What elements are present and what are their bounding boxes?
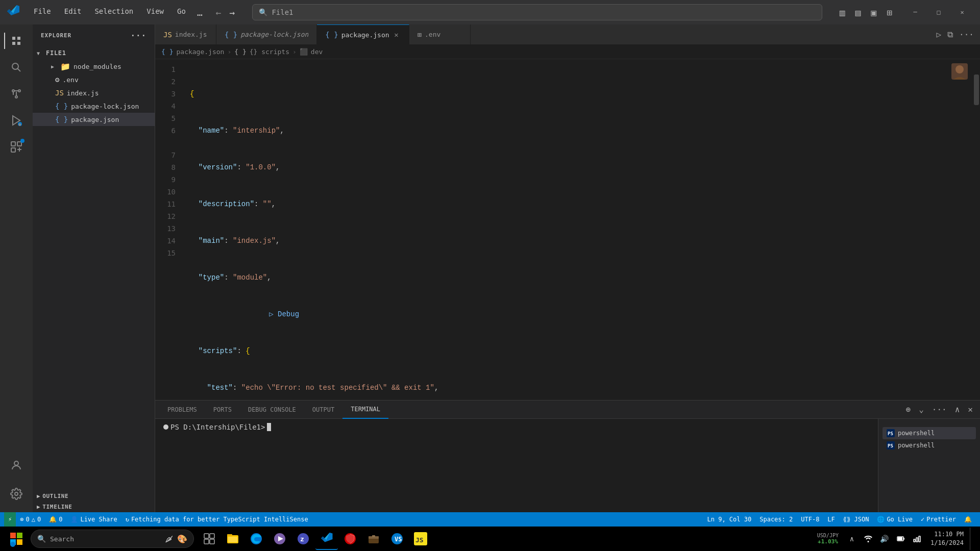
status-encoding[interactable]: UTF-8: [797, 512, 823, 527]
taskbar-app-js[interactable]: JS: [409, 528, 432, 550]
terminal-more-button[interactable]: ···: [929, 403, 950, 416]
breadcrumb-scripts[interactable]: {} scripts: [250, 48, 289, 56]
tab-package-lock[interactable]: { } package-lock.json: [216, 24, 317, 44]
taskbar-clock[interactable]: 11:10 PM 1/16/2024: [926, 530, 968, 547]
tab-env[interactable]: ⊞ .env: [409, 24, 471, 44]
sidebar-item-node-modules[interactable]: ▶ 📁 node_modules: [33, 60, 155, 73]
scrollbar[interactable]: [973, 59, 980, 400]
status-remote[interactable]: ⚡: [4, 512, 16, 527]
close-button[interactable]: ✕: [950, 4, 974, 20]
status-errors[interactable]: ⊗ 0 △ 0: [16, 512, 45, 527]
tray-network[interactable]: [910, 532, 924, 546]
menu-more[interactable]: …: [193, 5, 207, 20]
activity-settings[interactable]: [4, 482, 29, 506]
breadcrumb-file[interactable]: package.json: [176, 48, 224, 56]
status-filetype[interactable]: ⟪⟫ JSON: [839, 512, 873, 527]
svg-text:+: +: [19, 122, 21, 126]
status-bell[interactable]: 🔔 0: [45, 512, 66, 527]
menu-edit[interactable]: Edit: [58, 5, 88, 20]
taskview-icon: [204, 533, 215, 544]
menu-view[interactable]: View: [140, 5, 170, 20]
status-spaces[interactable]: Spaces: 2: [755, 512, 797, 527]
activity-run-debug[interactable]: +: [4, 108, 29, 133]
root-folder-item[interactable]: ▼ FILE1: [33, 46, 155, 60]
status-prettier[interactable]: ✓ Prettier: [917, 512, 960, 527]
taskbar-vscode[interactable]: [315, 528, 338, 550]
sidebar-more-button[interactable]: ···: [130, 31, 146, 40]
more-actions-icon[interactable]: ···: [957, 28, 976, 41]
menu-selection[interactable]: Selection: [88, 5, 139, 20]
terminal-split-button[interactable]: ⌄: [916, 403, 927, 416]
taskbar-shield[interactable]: [339, 528, 361, 550]
tray-battery[interactable]: [894, 532, 908, 546]
terminal-maximize-button[interactable]: ∧: [952, 403, 963, 416]
activity-explorer[interactable]: [4, 29, 29, 53]
line-num-7: 7: [155, 149, 182, 161]
taskbar-edge[interactable]: [245, 528, 267, 550]
layout-icon-3[interactable]: ▣: [868, 5, 879, 20]
forward-arrow[interactable]: →: [227, 6, 238, 19]
terminal-main[interactable]: PS D:\Intership\File1>: [155, 419, 878, 512]
activity-account[interactable]: [4, 453, 29, 478]
menu-file[interactable]: File: [28, 5, 57, 20]
activity-extensions[interactable]: [4, 135, 29, 159]
tab-close-pkg-json[interactable]: ✕: [393, 31, 401, 39]
layout-icon-4[interactable]: ⊞: [884, 5, 895, 20]
tab-package-json[interactable]: { } package.json ✕: [317, 24, 409, 44]
title-search-bar[interactable]: 🔍 File1: [252, 4, 822, 20]
start-button[interactable]: [4, 530, 29, 548]
line-num-1: 1: [155, 63, 182, 76]
taskbar-chat[interactable]: z: [292, 528, 314, 550]
outline-section[interactable]: ▶ OUTLINE: [33, 491, 155, 502]
run-icon[interactable]: ▷: [934, 28, 943, 41]
status-position[interactable]: Ln 9, Col 30: [703, 512, 756, 527]
tab-problems[interactable]: PROBLEMS: [159, 400, 205, 419]
maximize-button[interactable]: □: [927, 4, 950, 20]
terminal-close-button[interactable]: ✕: [965, 403, 976, 416]
activity-source-control[interactable]: [4, 82, 29, 106]
code-content[interactable]: { "name": "intership", "version": "1.0.0…: [182, 59, 980, 400]
back-arrow[interactable]: ←: [213, 6, 225, 19]
clock-date: 1/16/2024: [930, 539, 964, 547]
show-desktop-button[interactable]: [970, 528, 974, 550]
taskbar-app-blue[interactable]: VS: [386, 528, 408, 550]
svg-point-2: [12, 90, 14, 92]
tray-wifi[interactable]: [861, 532, 875, 546]
timeline-section[interactable]: ▶ TIMELINE: [33, 502, 155, 512]
sidebar-item-package-json[interactable]: { } package.json: [33, 113, 155, 126]
tray-chevron[interactable]: ∧: [845, 532, 859, 546]
sidebar-item-package-lock[interactable]: { } package-lock.json: [33, 99, 155, 113]
tab-terminal[interactable]: TERMINAL: [342, 400, 388, 419]
powershell-instance-1[interactable]: PS powershell: [883, 427, 976, 439]
layout-icon-2[interactable]: ▤: [852, 5, 864, 20]
activity-search[interactable]: [4, 55, 29, 80]
sidebar-item-env[interactable]: ⚙ .env: [33, 73, 155, 86]
taskbar-taskview[interactable]: [198, 528, 220, 550]
status-golive[interactable]: 🌐 Go Live: [873, 512, 917, 527]
taskbar-media[interactable]: [268, 528, 291, 550]
menu-go[interactable]: Go: [171, 5, 192, 20]
tray-volume[interactable]: 🔊: [877, 532, 892, 546]
stock-widget[interactable]: USD/JPY +1.03%: [813, 533, 843, 545]
scrollbar-thumb[interactable]: [974, 74, 979, 105]
status-liveshare[interactable]: 👤 Live Share: [66, 512, 121, 527]
taskbar-fileexplorer[interactable]: [222, 528, 244, 550]
minimize-button[interactable]: ─: [903, 4, 927, 20]
tab-indexjs[interactable]: JS index.js: [155, 24, 216, 44]
breadcrumb-dev[interactable]: dev: [311, 48, 323, 56]
taskbar-package[interactable]: [362, 528, 385, 550]
split-editor-icon[interactable]: ⧉: [945, 28, 955, 41]
tab-ports[interactable]: PORTS: [205, 400, 240, 419]
layout-icon-1[interactable]: ▥: [837, 5, 848, 20]
svg-rect-41: [898, 537, 902, 540]
svg-point-4: [15, 96, 17, 98]
new-terminal-button[interactable]: ⊕: [903, 403, 914, 416]
tab-output[interactable]: OUTPUT: [304, 400, 342, 419]
status-notifications[interactable]: 🔔: [960, 512, 976, 527]
tab-debug-console[interactable]: DEBUG CONSOLE: [240, 400, 304, 419]
status-intellisense[interactable]: ↻ Fetching data for better TypeScript In…: [121, 512, 312, 527]
status-eol[interactable]: LF: [823, 512, 839, 527]
taskbar-search[interactable]: 🔍 Search 🌶 🎨: [31, 530, 194, 548]
powershell-instance-2[interactable]: PS powershell: [883, 439, 976, 452]
sidebar-item-indexjs[interactable]: JS index.js: [33, 86, 155, 99]
